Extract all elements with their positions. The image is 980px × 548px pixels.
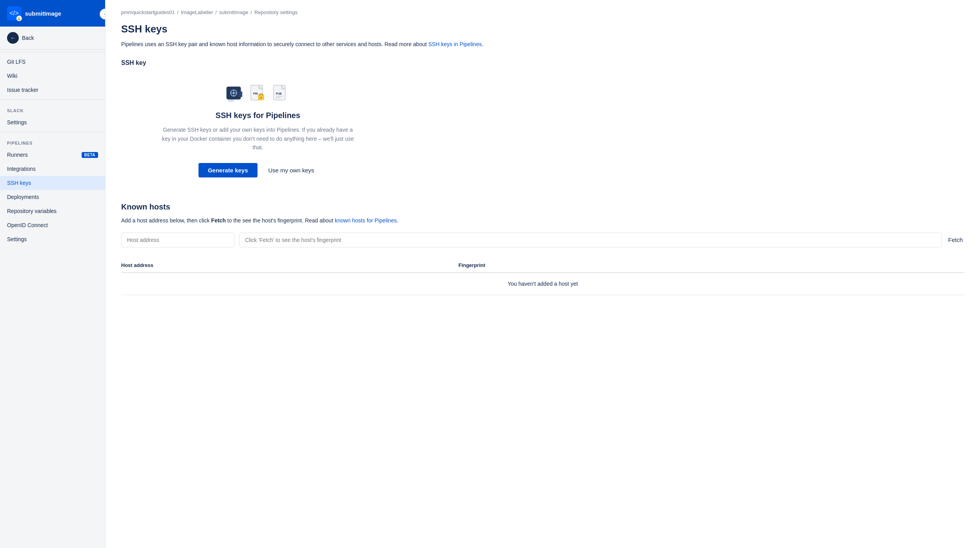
back-arrow-icon: ← — [7, 32, 19, 44]
sidebar-item-ssh-keys[interactable]: SSH keys — [0, 176, 105, 190]
sidebar-item-wiki[interactable]: Wiki — [0, 69, 105, 83]
no-hosts-message: You haven't added a host yet — [121, 272, 964, 295]
col-fingerprint-header: Fingerprint — [458, 258, 964, 272]
ssh-keys-actions: Generate keys Use my own keys — [137, 163, 379, 177]
sidebar-item-label: SSH keys — [7, 180, 31, 186]
sidebar-item-issue-tracker[interactable]: Issue tracker — [0, 83, 105, 97]
known-hosts-description: Add a host address below, then click Fet… — [121, 216, 964, 225]
known-hosts-link[interactable]: known hosts for Pipelines — [335, 217, 397, 224]
sidebar-item-integrations[interactable]: Integrations — [0, 162, 105, 176]
use-own-keys-button[interactable]: Use my own keys — [265, 163, 318, 177]
sidebar-item-settings[interactable]: Settings — [0, 232, 105, 246]
divider-3 — [0, 132, 105, 132]
lock-badge-icon: 🔒 — [16, 16, 22, 21]
beta-badge: BETA — [82, 152, 98, 158]
breadcrumb-part-4: Repository settings — [254, 9, 298, 15]
back-label: Back — [22, 35, 34, 41]
vault-icon: SSH — [225, 84, 245, 104]
no-hosts-row: You haven't added a host yet — [121, 272, 964, 295]
known-hosts-inputs: Fetch — [121, 233, 964, 247]
fetch-label: Fetch — [211, 217, 225, 224]
ssh-key-section-title: SSH key — [121, 59, 964, 66]
sidebar-header: </> 🔒 submitImage ‹ — [0, 0, 105, 27]
svg-rect-8 — [239, 91, 242, 97]
known-hosts-desc-before: Add a host address below, then click — [121, 217, 211, 224]
ssh-keys-card: SSH PRI — [121, 76, 395, 190]
ssh-keys-card-desc: Generate SSH keys or add your own keys i… — [160, 125, 356, 152]
main-content: pmmquickstartguides01 / ImageLabeller / … — [106, 0, 980, 548]
sidebar-item-label: OpenID Connect — [7, 222, 48, 228]
sidebar-item-label: Repository variables — [7, 208, 57, 214]
sidebar-item-slack-settings[interactable]: Settings — [0, 115, 105, 129]
sidebar-item-deployments[interactable]: Deployments — [0, 190, 105, 204]
breadcrumb-part-2: ImageLabeller — [181, 9, 213, 15]
known-hosts-section: Known hosts Add a host address below, th… — [121, 202, 964, 295]
svg-point-13 — [260, 97, 262, 98]
ssh-keys-link[interactable]: SSH keys in Pipelines — [428, 41, 482, 47]
sidebar-item-label: Settings — [7, 236, 27, 242]
fetch-button[interactable]: Fetch — [946, 233, 964, 247]
fingerprint-input[interactable] — [239, 233, 942, 247]
breadcrumb-sep-3: / — [250, 9, 252, 15]
breadcrumb-sep-2: / — [215, 9, 217, 15]
breadcrumb-part-3: submitImage — [219, 9, 248, 15]
known-hosts-desc-after: to the see the host's fingerprint. Read … — [226, 217, 335, 224]
col-host-header: Host address — [121, 258, 458, 272]
page-desc-end: . — [482, 41, 483, 47]
divider-2 — [0, 99, 105, 100]
divider-1 — [0, 52, 105, 52]
host-address-input[interactable] — [121, 233, 234, 247]
known-hosts-title: Known hosts — [121, 202, 964, 211]
ssh-key-section: SSH key SSH — [121, 59, 964, 190]
page-description: Pipelines uses an SSH key pair and known… — [121, 40, 964, 48]
breadcrumb: pmmquickstartguides01 / ImageLabeller / … — [121, 9, 964, 15]
svg-text:PRI: PRI — [253, 92, 258, 95]
pri-key-icon: PRI — [248, 84, 268, 104]
back-button[interactable]: ← Back — [0, 27, 105, 50]
sidebar-item-git-lfs[interactable]: Git LFS — [0, 55, 105, 69]
repo-icon: </> 🔒 — [7, 6, 21, 20]
pipelines-section-label: PIPELINES — [0, 134, 105, 148]
ssh-keys-card-title: SSH keys for Pipelines — [137, 111, 379, 120]
generate-keys-button[interactable]: Generate keys — [199, 163, 258, 177]
sidebar-item-label: Wiki — [7, 73, 17, 79]
ssh-key-illustration: SSH PRI — [137, 84, 379, 104]
sidebar-item-openid-connect[interactable]: OpenID Connect — [0, 218, 105, 232]
sidebar-item-label: Git LFS — [7, 59, 25, 65]
page-title: SSH keys — [121, 23, 964, 35]
sidebar-item-label: Runners — [7, 152, 28, 158]
sidebar-item-runners[interactable]: Runners BETA — [0, 148, 105, 162]
svg-point-3 — [232, 92, 235, 94]
sidebar-item-repo-variables[interactable]: Repository variables — [0, 204, 105, 218]
sidebar-item-label: Integrations — [7, 166, 36, 172]
sidebar-item-label: Issue tracker — [7, 87, 38, 93]
hosts-table: Host address Fingerprint You haven't add… — [121, 258, 964, 295]
page-desc-text: Pipelines uses an SSH key pair and known… — [121, 41, 427, 47]
repo-name: submitImage — [25, 10, 61, 17]
sidebar-collapse-button[interactable]: ‹ — [100, 9, 106, 20]
sidebar: </> 🔒 submitImage ‹ ← Back Git LFS Wiki … — [0, 0, 106, 548]
svg-text:SSH: SSH — [228, 99, 234, 102]
breadcrumb-part-1: pmmquickstartguides01 — [121, 9, 175, 15]
sidebar-item-label: Settings — [7, 119, 27, 125]
breadcrumb-sep-1: / — [177, 9, 179, 15]
sidebar-item-label: Deployments — [7, 194, 39, 200]
pub-key-icon: PUB — [270, 84, 291, 104]
slack-section-label: SLACK — [0, 102, 105, 115]
svg-text:PUB: PUB — [276, 92, 282, 95]
